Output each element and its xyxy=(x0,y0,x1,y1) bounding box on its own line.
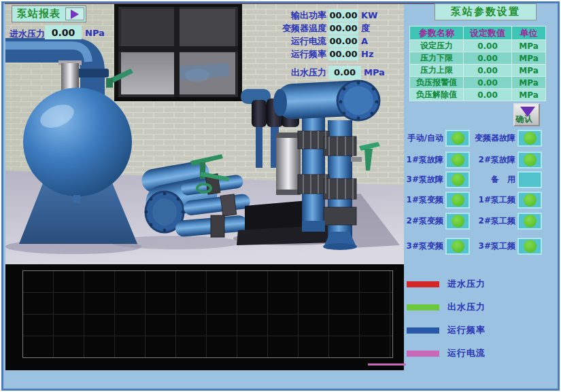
status-label-pump3-fault: 3#泵故障 xyxy=(406,174,443,185)
status-label-pump3-mains: 3#泵工频 xyxy=(470,240,515,252)
table-row: 负压报警值 0.00 MPa xyxy=(410,77,545,89)
readout-row: 运行频率 00.00 Hz xyxy=(223,48,393,60)
status-lamp-pump1-mains xyxy=(517,192,542,209)
param-name: 设定压力 xyxy=(410,40,464,52)
param-name: 负压报警值 xyxy=(410,77,464,89)
status-lamp-inverter-fault xyxy=(517,130,542,147)
lamp-on-icon xyxy=(452,240,464,253)
status-lamp-pump2-mains xyxy=(517,213,542,230)
running-frequency-value: 00.00 xyxy=(328,48,358,60)
outlet-pressure-label: 出水压力 xyxy=(223,67,326,79)
report-button-label: 泵站报表 xyxy=(12,7,65,20)
report-button[interactable]: 泵站报表 xyxy=(12,5,86,22)
output-power-value: 00.00 xyxy=(328,10,358,22)
top-divider xyxy=(5,2,502,4)
param-value[interactable]: 0.00 xyxy=(464,77,512,89)
status-row: 1#泵变频 1#泵工频 xyxy=(406,191,543,209)
status-label-pump2-mains: 2#泵工频 xyxy=(470,215,515,227)
outlet-pressure-value: 0.00 xyxy=(328,66,361,79)
table-header-row: 参数名称 设定数值 单位 xyxy=(410,26,545,40)
param-unit: MPa xyxy=(512,77,545,89)
status-lamp-pump3-fault xyxy=(445,171,470,188)
settings-table: 参数名称 设定数值 单位 设定压力 0.00 MPa 压力下限 0.00 MPa… xyxy=(409,26,546,101)
param-name: 压力上限 xyxy=(410,65,464,77)
outlet-pressure-unit: MPa xyxy=(364,67,391,77)
inlet-pressure-value: 0.00 xyxy=(45,25,82,39)
legend-item: 进水压力 xyxy=(407,279,486,289)
lamp-on-icon xyxy=(524,215,537,228)
param-value[interactable]: 0.00 xyxy=(464,65,512,77)
lamp-on-icon xyxy=(452,154,464,166)
running-frequency-unit: Hz xyxy=(361,49,388,59)
current-trace-line xyxy=(368,363,406,366)
table-row: 压力上限 0.00 MPa xyxy=(410,65,545,77)
running-frequency-label: 运行频率 xyxy=(223,48,326,60)
legend-swatch-current xyxy=(407,351,439,357)
legend-swatch-outlet xyxy=(407,304,439,310)
param-name: 负压解除值 xyxy=(410,89,464,101)
status-lamp-spare xyxy=(517,171,542,188)
lamp-on-icon xyxy=(524,240,537,253)
status-lamp-pump3-vfd xyxy=(445,238,470,255)
report-arrow-button[interactable] xyxy=(65,7,84,20)
pump-station-hmi: 泵站报表 进水压力 0.00 NPa 输出功率 00.00 KW 变频器温度 0… xyxy=(0,0,561,392)
status-row: 3#泵变频 3#泵工频 xyxy=(406,237,543,255)
running-current-value: 00.00 xyxy=(328,35,358,48)
trend-chart xyxy=(5,264,404,370)
legend-item: 运行频率 xyxy=(407,325,486,335)
confirm-button-label: 确认 xyxy=(515,113,533,125)
pump-station-photo: 泵站报表 进水压力 0.00 NPa 输出功率 00.00 KW 变频器温度 0… xyxy=(5,3,404,264)
table-row: 负压解除值 0.00 MPa xyxy=(410,89,545,101)
confirm-button[interactable]: 确认 xyxy=(513,103,540,126)
status-label-pump1-fault: 1#泵故障 xyxy=(406,154,443,166)
status-label-inverter-fault: 变频器故障 xyxy=(470,132,515,144)
status-label-pump3-vfd: 3#泵变频 xyxy=(406,240,443,252)
col-header-unit: 单位 xyxy=(512,26,545,40)
lamp-on-icon xyxy=(524,132,537,145)
param-unit: MPa xyxy=(512,65,545,77)
output-power-label: 输出功率 xyxy=(223,10,326,22)
legend-item: 运行电流 xyxy=(407,349,486,358)
trend-plot-area xyxy=(22,270,393,358)
status-row: 2#泵变频 2#泵工频 xyxy=(406,212,543,230)
legend-swatch-frequency xyxy=(407,327,439,334)
status-label-spare: 备 用 xyxy=(470,174,515,185)
param-value[interactable]: 0.00 xyxy=(464,52,512,65)
inlet-pressure-unit: NPa xyxy=(85,28,105,38)
running-current-label: 运行电流 xyxy=(223,35,326,48)
play-arrow-icon xyxy=(71,10,79,19)
status-label-pump1-vfd: 1#泵变频 xyxy=(406,194,443,206)
param-value[interactable]: 0.00 xyxy=(464,40,512,52)
status-row: 1#泵故障 2#泵故障 xyxy=(406,151,543,168)
running-current-unit: A xyxy=(361,36,388,46)
status-label-manual-auto: 手动/自动 xyxy=(406,132,443,144)
lamp-on-icon xyxy=(524,194,537,207)
legend-item: 出水压力 xyxy=(407,302,486,312)
status-label-pump2-fault: 2#泵故障 xyxy=(470,154,515,166)
status-row: 手动/自动 变频器故障 xyxy=(406,129,543,147)
param-unit: MPa xyxy=(512,40,545,52)
lamp-on-icon xyxy=(524,154,537,166)
legend-swatch-inlet xyxy=(407,281,439,287)
status-lamp-pump2-vfd xyxy=(445,213,470,230)
param-name: 压力下限 xyxy=(410,52,464,65)
param-unit: MPa xyxy=(512,89,545,101)
readout-row: 运行电流 00.00 A xyxy=(223,35,393,48)
param-unit: MPa xyxy=(512,52,545,65)
status-label-pump1-mains: 1#泵工频 xyxy=(470,194,515,206)
col-header-value: 设定数值 xyxy=(464,26,512,40)
legend-label-current: 运行电流 xyxy=(447,347,486,359)
inverter-temp-value: 00.00 xyxy=(328,22,358,35)
table-row: 压力下限 0.00 MPa xyxy=(410,52,545,65)
inverter-temp-label: 变频器温度 xyxy=(223,22,326,35)
readout-row: 出水压力 0.00 MPa xyxy=(223,66,393,79)
col-header-name: 参数名称 xyxy=(410,26,464,40)
legend-label-frequency: 运行频率 xyxy=(447,324,486,336)
param-value[interactable]: 0.00 xyxy=(464,89,512,101)
status-lamp-pump2-fault xyxy=(517,152,542,168)
status-row: 3#泵故障 备 用 xyxy=(406,171,543,188)
lamp-on-icon xyxy=(452,132,464,145)
output-power-unit: KW xyxy=(361,10,388,20)
lamp-on-icon xyxy=(452,194,464,207)
settings-title: 泵站参数设置 xyxy=(435,3,537,20)
